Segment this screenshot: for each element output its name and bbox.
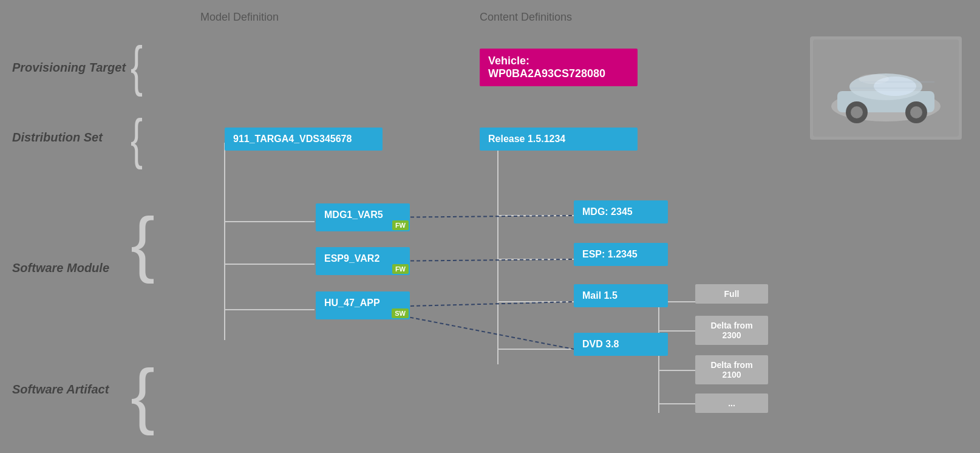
distribution-set-label: Distribution Set — [12, 131, 103, 145]
software-artifact-label: Software Artifact — [12, 383, 109, 397]
svg-line-12 — [386, 302, 574, 307]
dvd-content-box: DVD 3.8 — [574, 333, 668, 356]
sw-badge: SW — [392, 308, 409, 318]
hu-47-app-box: HU_47_APP SW — [316, 291, 410, 319]
delta-2300-label: Delta from2300 — [710, 321, 752, 340]
svg-point-30 — [859, 74, 889, 84]
software-module-label: Software Module — [12, 261, 109, 275]
svg-point-27 — [910, 106, 922, 118]
svg-line-13 — [386, 313, 574, 349]
dist-set-content-box: Release 1.5.1234 — [480, 128, 638, 151]
ellipsis-box: ... — [695, 393, 768, 413]
svg-point-25 — [851, 106, 863, 118]
software-module-brace: { — [131, 206, 155, 279]
esp9-var2-box: ESP9_VAR2 FW — [316, 247, 410, 275]
vehicle-label-line1: Vehicle: — [488, 55, 529, 67]
mail-content-box: Mail 1.5 — [574, 284, 668, 307]
mdg-content-box: MDG: 2345 — [574, 200, 668, 223]
svg-line-10 — [386, 216, 574, 217]
distribution-set-brace: { — [131, 112, 143, 167]
mdg1-var5-label: MDG1_VAR5 — [324, 209, 383, 220]
diagram-container: Model Definition Content Definitions Pro… — [0, 0, 980, 453]
car-illustration — [810, 36, 962, 140]
fw-badge-2: FW — [392, 264, 409, 274]
provisioning-target-label: Provisioning Target — [12, 61, 126, 75]
vehicle-label-line2: WP0BA2A93CS728080 — [488, 67, 605, 80]
hu-47-app-label: HU_47_APP — [324, 298, 380, 308]
delta-2100-label: Delta from2100 — [710, 360, 752, 380]
mdg1-var5-box: MDG1_VAR5 FW — [316, 203, 410, 231]
full-box: Full — [695, 284, 768, 304]
esp9-var2-label: ESP9_VAR2 — [324, 253, 379, 264]
vehicle-box: Vehicle: WP0BA2A93CS728080 — [480, 49, 638, 86]
car-image — [810, 36, 962, 140]
software-artifact-brace: { — [131, 358, 155, 431]
fw-badge-1: FW — [392, 220, 409, 230]
delta-2100-box: Delta from2100 — [695, 355, 768, 384]
esp-content-box: ESP: 1.2345 — [574, 243, 668, 266]
svg-line-11 — [386, 259, 574, 261]
content-definitions-header: Content Definitions — [480, 11, 572, 24]
model-definition-header: Model Definition — [200, 11, 279, 24]
delta-2300-box: Delta from2300 — [695, 316, 768, 345]
provisioning-target-brace: { — [131, 39, 143, 94]
dist-set-model-box: 911_TARGA4_VDS345678 — [225, 128, 383, 151]
